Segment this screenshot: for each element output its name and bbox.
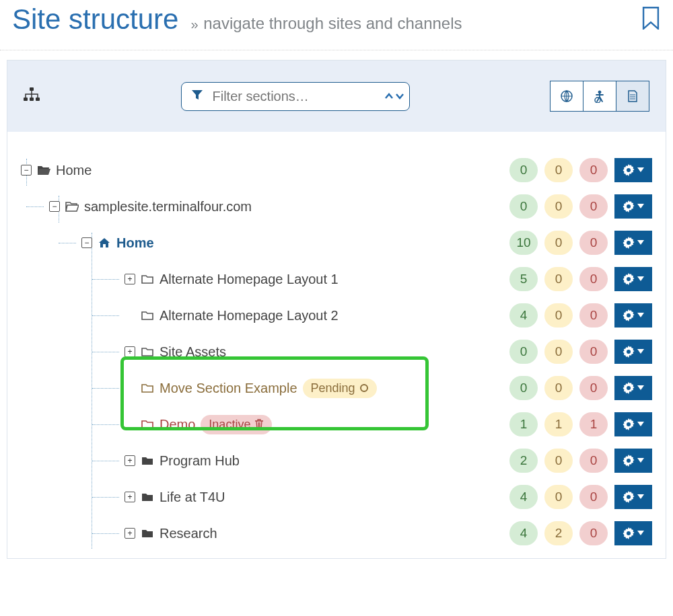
tree-connector [92, 424, 119, 425]
inactive-count[interactable]: 1 [579, 412, 608, 436]
folder-outline-icon [141, 309, 154, 321]
section-actions-button[interactable] [614, 485, 652, 509]
svg-rect-1 [24, 98, 28, 101]
page-header: Site structure » navigate through sites … [0, 0, 673, 50]
section-actions-button[interactable] [614, 303, 652, 328]
tree-row: Alternate Homepage Layout 2400 [21, 297, 652, 334]
tree-row: Research420 [21, 515, 652, 551]
tree-row: Move Section ExamplePending000 [21, 370, 652, 406]
pending-count[interactable]: 0 [544, 194, 573, 219]
section-actions-button[interactable] [614, 449, 652, 473]
section-label[interactable]: samplesite.terminalfour.com [84, 199, 252, 215]
section-actions-button[interactable] [614, 521, 652, 545]
folder-outline-pending-icon [141, 382, 154, 394]
expand-toggle[interactable] [125, 346, 135, 357]
filter-sort-buttons[interactable] [384, 91, 404, 101]
inactive-count[interactable]: 0 [579, 267, 608, 291]
bookmark-icon[interactable] [641, 7, 661, 32]
svg-rect-3 [36, 98, 40, 101]
pending-count[interactable]: 0 [544, 231, 573, 255]
section-actions-button[interactable] [614, 340, 652, 364]
tree-row: Life at T4U400 [21, 479, 652, 515]
section-actions-button[interactable] [614, 194, 652, 219]
approved-count[interactable]: 0 [509, 340, 538, 364]
accessibility-button[interactable] [583, 81, 616, 112]
tree-connector [92, 352, 119, 352]
approved-count[interactable]: 4 [509, 485, 538, 509]
svg-point-7 [361, 385, 367, 391]
tree-connector [92, 315, 119, 316]
inactive-count[interactable]: 0 [579, 485, 608, 509]
pending-count[interactable]: 0 [544, 485, 573, 509]
section-label[interactable]: Alternate Homepage Layout 1 [160, 272, 339, 287]
approved-count[interactable]: 0 [509, 194, 538, 219]
filter-input[interactable] [211, 88, 384, 105]
collapse-toggle[interactable] [81, 237, 92, 248]
expand-toggle[interactable] [125, 528, 135, 539]
inactive-count[interactable]: 0 [579, 194, 608, 219]
tree-row: Home000 [21, 152, 652, 188]
pending-count[interactable]: 0 [544, 158, 573, 182]
pending-count[interactable]: 2 [544, 521, 573, 545]
approved-count[interactable]: 0 [509, 376, 538, 400]
pending-count[interactable]: 0 [544, 340, 573, 364]
section-label[interactable]: Life at T4U [160, 490, 225, 505]
pending-count[interactable]: 0 [544, 376, 573, 400]
approved-count[interactable]: 1 [509, 412, 538, 436]
section-label[interactable]: Research [160, 526, 217, 541]
globe-button[interactable] [550, 81, 583, 112]
toolbar [7, 61, 666, 132]
filter-box[interactable] [181, 82, 410, 111]
chevron-up-icon[interactable] [384, 91, 394, 101]
pending-count[interactable]: 0 [544, 303, 573, 328]
pending-count[interactable]: 0 [544, 267, 573, 291]
folder-solid-icon [141, 455, 154, 467]
collapse-toggle[interactable] [21, 165, 32, 176]
inactive-count[interactable]: 0 [579, 449, 608, 473]
folder-open-outline-icon [65, 200, 79, 213]
page-title: Site structure [12, 3, 178, 36]
approved-count[interactable]: 10 [509, 231, 538, 255]
section-actions-button[interactable] [614, 412, 652, 436]
expand-toggle[interactable] [125, 455, 135, 466]
filter-icon [191, 89, 203, 104]
section-label[interactable]: Demo [160, 417, 195, 432]
tree-row: Home1000 [21, 225, 652, 261]
section-label[interactable]: Program Hub [160, 453, 240, 469]
tree-connector [59, 243, 76, 243]
tree-row: Alternate Homepage Layout 1500 [21, 261, 652, 297]
chevron-down-icon[interactable] [395, 91, 404, 101]
approved-count[interactable]: 4 [509, 303, 538, 328]
section-label[interactable]: Site Assets [160, 344, 226, 360]
expand-toggle[interactable] [125, 274, 135, 284]
section-actions-button[interactable] [614, 158, 652, 182]
section-actions-button[interactable] [614, 231, 652, 255]
inactive-count[interactable]: 0 [579, 231, 608, 255]
section-label[interactable]: Home [56, 163, 92, 178]
home-icon [98, 237, 111, 249]
inactive-count[interactable]: 0 [579, 303, 608, 328]
section-label[interactable]: Alternate Homepage Layout 2 [160, 308, 339, 323]
collapse-toggle[interactable] [49, 201, 60, 212]
section-label[interactable]: Home [116, 235, 154, 251]
approved-count[interactable]: 5 [509, 267, 538, 291]
folder-solid-icon [141, 527, 154, 539]
approved-count[interactable]: 2 [509, 449, 538, 473]
inactive-count[interactable]: 0 [579, 376, 608, 400]
expand-toggle[interactable] [125, 492, 135, 502]
sitemap-icon[interactable] [24, 93, 40, 104]
pending-count[interactable]: 1 [544, 412, 573, 436]
approved-count[interactable]: 0 [509, 158, 538, 182]
document-button[interactable] [616, 81, 649, 112]
section-label[interactable]: Move Section Example [160, 381, 297, 396]
tree-row: Program Hub200 [21, 442, 652, 479]
section-actions-button[interactable] [614, 376, 652, 400]
pending-count[interactable]: 0 [544, 449, 573, 473]
inactive-count[interactable]: 0 [579, 521, 608, 545]
tree-connector [92, 461, 119, 461]
folder-open-solid-icon [37, 164, 50, 176]
section-actions-button[interactable] [614, 267, 652, 291]
approved-count[interactable]: 4 [509, 521, 538, 545]
inactive-count[interactable]: 0 [579, 340, 608, 364]
inactive-count[interactable]: 0 [579, 158, 608, 182]
